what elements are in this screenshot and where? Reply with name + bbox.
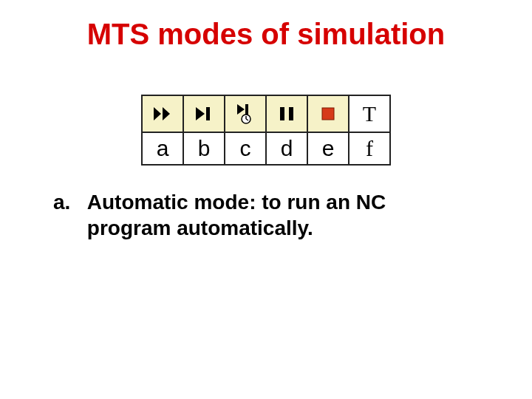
svg-rect-11	[322, 108, 334, 120]
svg-marker-1	[163, 107, 170, 120]
pause-icon[interactable]	[267, 96, 307, 132]
t-mode-glyph: T	[363, 101, 376, 126]
svg-rect-9	[280, 107, 284, 120]
description-text: Automatic mode: to run an NC program aut…	[87, 189, 471, 241]
skip-to-end-icon[interactable]	[184, 96, 224, 132]
svg-rect-10	[289, 107, 293, 120]
toolbar-label: f	[349, 132, 390, 165]
svg-rect-3	[206, 107, 210, 120]
toolbar-cell	[183, 95, 225, 132]
toolbar-label: c	[225, 132, 266, 165]
toolbar-label: d	[266, 132, 307, 165]
toolbar-label: b	[183, 132, 225, 165]
toolbar-cell: T	[349, 95, 390, 132]
toolbar-label: a	[142, 132, 183, 165]
svg-marker-2	[196, 107, 205, 120]
frame-advance-icon[interactable]	[225, 96, 265, 132]
toolbar-cell	[266, 95, 307, 132]
t-mode-icon[interactable]: T	[349, 96, 389, 132]
mode-description: a. Automatic mode: to run an NC program …	[53, 189, 488, 241]
toolbar-cell	[142, 95, 183, 132]
toolbar-label: e	[307, 132, 349, 165]
stop-icon[interactable]	[308, 96, 348, 132]
list-marker: a.	[53, 189, 81, 215]
page-title: MTS modes of simulation	[0, 18, 532, 51]
fast-forward-icon[interactable]	[143, 96, 183, 132]
simulation-toolbar: T a b c d e f	[141, 95, 391, 166]
svg-rect-5	[245, 104, 248, 115]
toolbar-cell	[225, 95, 266, 132]
svg-marker-0	[154, 107, 161, 120]
toolbar-cell	[307, 95, 349, 132]
svg-marker-4	[237, 104, 245, 115]
slide: MTS modes of simulation	[0, 0, 532, 399]
